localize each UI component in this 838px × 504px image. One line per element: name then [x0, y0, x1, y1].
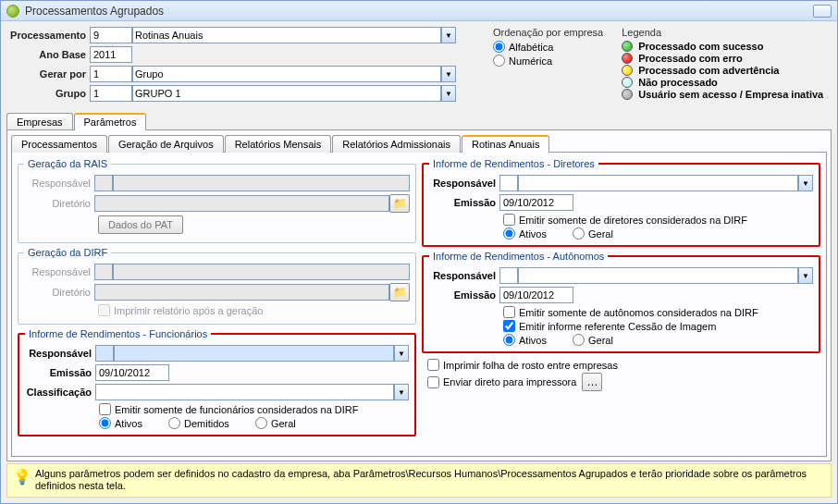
footer-hint: 💡 Alguns parâmetros podem ser definidos … [6, 463, 832, 498]
func-dirf-label: Emitir somente de funcionários considera… [115, 404, 359, 415]
dialog-window: Processamentos Agrupados Processamento ▼… [0, 0, 838, 504]
enviar-impressora-checkbox[interactable] [427, 376, 439, 388]
func-dirf-checkbox[interactable] [99, 403, 111, 415]
chevron-down-icon[interactable]: ▼ [441, 27, 456, 43]
chevron-down-icon[interactable]: ▼ [394, 345, 409, 362]
enviar-impressora-label: Enviar direto para impressora [443, 376, 576, 387]
dir-responsavel-code[interactable] [499, 175, 518, 191]
subtab-relatorios-mensais[interactable]: Relatórios Mensais [225, 135, 332, 153]
rais-diretorio-input[interactable] [94, 195, 389, 212]
rais-responsavel-label: Responsável [24, 178, 94, 189]
dirf-responsavel-name[interactable] [113, 264, 410, 280]
ordenacao-numerica[interactable]: Numérica [493, 55, 603, 67]
gerar-por-desc-combo[interactable] [132, 66, 441, 82]
ordenacao-numerica-radio[interactable] [493, 55, 505, 67]
aut-cessao-checkbox[interactable] [503, 320, 515, 332]
dirf-diretorio-input[interactable] [94, 284, 389, 301]
autonomos-legend: Informe de Rendimentos - Autônomos [429, 251, 608, 262]
func-emissao-input[interactable] [95, 364, 169, 381]
dir-radio-geral[interactable]: Geral [573, 227, 613, 240]
status-dot-icon [622, 41, 633, 52]
rais-responsavel-code[interactable] [94, 175, 113, 191]
func-radio-geral[interactable]: Geral [255, 417, 296, 429]
processamento-label: Processamento [8, 30, 90, 41]
aut-radio-geral[interactable]: Geral [573, 334, 613, 346]
rais-diretorio-label: Diretório [24, 198, 94, 209]
dir-emissao-input[interactable] [499, 194, 573, 211]
grupo-label: Grupo [8, 88, 90, 99]
status-dot-icon [622, 89, 633, 100]
legend-item: Processado com sucesso [622, 41, 823, 52]
group-funcionarios: Informe de Rendimentos - Funcionários Re… [18, 328, 416, 436]
gerar-por-label: Gerar por [8, 68, 90, 80]
lightbulb-icon: 💡 [13, 468, 31, 486]
rais-legend: Geração da RAIS [24, 158, 111, 169]
dirf-imprimir-checkbox[interactable] [98, 304, 110, 316]
app-icon [6, 5, 19, 18]
ordenacao-alfabetica[interactable]: Alfabética [493, 41, 603, 53]
processamento-num-input[interactable] [90, 27, 132, 43]
chevron-down-icon[interactable]: ▼ [441, 85, 456, 102]
legend-item: Processado com advertência [622, 65, 823, 76]
folha-rosto-checkbox[interactable] [427, 359, 439, 371]
footer-hint-text: Alguns parâmetros podem ser definidos no… [35, 468, 807, 492]
titlebar: Processamentos Agrupados [1, 1, 837, 21]
status-dot-icon [622, 77, 633, 88]
sub-tabstrip: Processamentos Geração de Arquivos Relat… [11, 134, 827, 152]
func-class-combo[interactable] [95, 384, 394, 400]
aut-responsavel-code[interactable] [499, 267, 518, 284]
func-responsavel-combo[interactable] [114, 345, 394, 362]
dir-dirf-label: Emitir somente de diretores considerados… [519, 215, 747, 226]
window-title: Processamentos Agrupados [25, 5, 164, 18]
ano-base-input[interactable] [90, 46, 132, 63]
aut-emissao-input[interactable] [499, 287, 573, 303]
tab-empresas[interactable]: Empresas [6, 113, 73, 130]
printer-config-button[interactable]: … [582, 373, 602, 391]
chevron-down-icon[interactable]: ▼ [798, 175, 813, 191]
group-autonomos: Informe de Rendimentos - Autônomos Respo… [422, 251, 820, 353]
func-class-label: Classificação [25, 387, 95, 398]
subtab-processamentos[interactable]: Processamentos [11, 135, 107, 153]
legend-item: Não processado [622, 77, 823, 88]
subtab-geracao-arquivos[interactable]: Geração de Arquivos [108, 135, 224, 153]
func-responsavel-code[interactable] [95, 345, 114, 362]
browse-folder-icon[interactable]: 📁 [389, 283, 410, 301]
folha-rosto-label: Imprimir folha de rosto entre empresas [443, 360, 618, 371]
chevron-down-icon[interactable]: ▼ [441, 66, 456, 82]
dirf-responsavel-label: Responsável [24, 266, 94, 277]
dados-pat-button[interactable]: Dados do PAT [98, 215, 183, 234]
grupo-desc-combo[interactable] [132, 85, 441, 102]
dir-dirf-checkbox[interactable] [503, 214, 515, 226]
func-radio-ativos[interactable]: Ativos [99, 417, 142, 429]
browse-folder-icon[interactable]: 📁 [389, 194, 410, 213]
aut-radio-ativos[interactable]: Ativos [503, 334, 547, 346]
dirf-responsavel-code[interactable] [94, 264, 113, 280]
grupo-num-input[interactable] [90, 85, 132, 102]
subtab-relatorios-admissionais[interactable]: Relatórios Admissionais [332, 135, 461, 153]
dirf-legend: Geração da DIRF [24, 247, 111, 258]
group-diretores: Informe de Rendimentos - Diretores Respo… [422, 158, 820, 247]
dir-radio-ativos[interactable]: Ativos [503, 227, 547, 240]
aut-cessao-label: Emitir informe referente Cessão de Image… [519, 321, 716, 332]
chevron-down-icon[interactable]: ▼ [394, 384, 409, 400]
maximize-button[interactable] [813, 5, 832, 18]
gerar-por-num-input[interactable] [90, 66, 132, 82]
func-responsavel-label: Responsável [25, 348, 95, 359]
processamento-desc-combo[interactable] [132, 27, 441, 43]
aut-dirf-label: Emitir somente de autônomos considerados… [519, 307, 758, 318]
dirf-diretorio-label: Diretório [24, 287, 94, 298]
chevron-down-icon[interactable]: ▼ [798, 267, 813, 284]
func-radio-demitidos[interactable]: Demitidos [168, 417, 229, 429]
aut-responsavel-combo[interactable] [518, 267, 798, 284]
tab-parametros[interactable]: Parâmetros [74, 113, 147, 130]
subtab-rotinas-anuais[interactable]: Rotinas Anuais [462, 135, 549, 153]
ordenacao-alfabetica-radio[interactable] [493, 41, 505, 53]
aut-dirf-checkbox[interactable] [503, 306, 515, 318]
status-dot-icon [622, 65, 633, 76]
rais-responsavel-name[interactable] [113, 175, 410, 191]
dir-responsavel-label: Responsável [429, 178, 499, 189]
dir-responsavel-combo[interactable] [518, 175, 798, 191]
group-rais: Geração da RAIS Responsável Diretório 📁 [18, 158, 416, 243]
main-tabstrip: Empresas Parâmetros [6, 112, 832, 129]
dir-emissao-label: Emissão [429, 197, 499, 208]
